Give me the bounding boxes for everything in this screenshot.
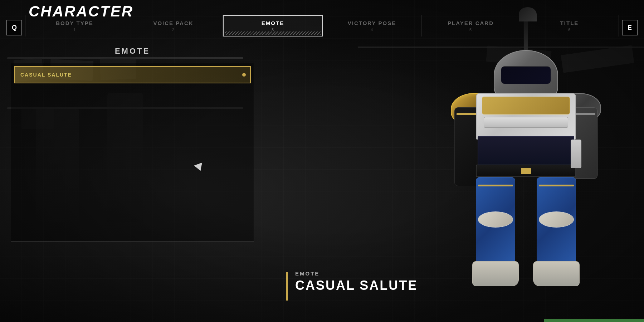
kneecap-left <box>478 211 513 228</box>
chest-gold-piece <box>482 97 570 114</box>
helmet-crest-top <box>519 7 537 21</box>
tab-player-card[interactable]: PLAYER CARD 5 <box>421 15 520 36</box>
leg-right-accent <box>539 185 574 186</box>
tab-voice-pack[interactable]: VOICE PACK 2 <box>124 15 223 36</box>
chest-lower-detail <box>484 117 568 128</box>
info-accent-bar <box>286 272 288 301</box>
torso-lower <box>478 136 574 168</box>
emote-list: CASUAL SALUTE <box>11 63 254 242</box>
side-armor-right <box>571 140 581 168</box>
q-button[interactable]: Q <box>6 20 22 35</box>
helmet-visor <box>501 66 551 84</box>
info-content: EMOTE CASUAL SALUTE <box>295 270 418 293</box>
tab-active-hatch <box>225 31 321 35</box>
bottom-indicator <box>544 319 644 322</box>
kneecap-right <box>539 211 574 228</box>
leg-left-accent <box>478 185 513 186</box>
info-category: EMOTE <box>295 270 418 277</box>
boot-left <box>472 261 519 286</box>
tab-emote[interactable]: EMOTE 3 <box>223 15 323 36</box>
left-panel: EMOTE CASUAL SALUTE <box>11 47 254 242</box>
ui-container: CHARACTER Q E BODY TYPE 1 VOICE PACK 2 E… <box>0 0 644 322</box>
info-name: CASUAL SALUTE <box>295 278 418 293</box>
boot-right <box>533 261 580 286</box>
leg-right <box>537 177 576 270</box>
chest-upper <box>476 93 576 140</box>
panel-title: EMOTE <box>11 47 254 56</box>
tab-victory-pose[interactable]: VICTORY POSE 4 <box>323 15 421 36</box>
tab-body-type[interactable]: BODY TYPE 1 <box>25 15 124 36</box>
info-panel: EMOTE CASUAL SALUTE <box>286 270 418 301</box>
belt <box>476 165 576 177</box>
emote-item-casual-salute[interactable]: CASUAL SALUTE <box>14 66 251 83</box>
emote-equipped-dot <box>242 73 246 77</box>
e-button[interactable]: E <box>622 20 638 35</box>
leg-left <box>476 177 515 270</box>
helmet <box>494 50 558 100</box>
character-figure <box>451 50 601 293</box>
belt-buckle <box>521 168 531 174</box>
